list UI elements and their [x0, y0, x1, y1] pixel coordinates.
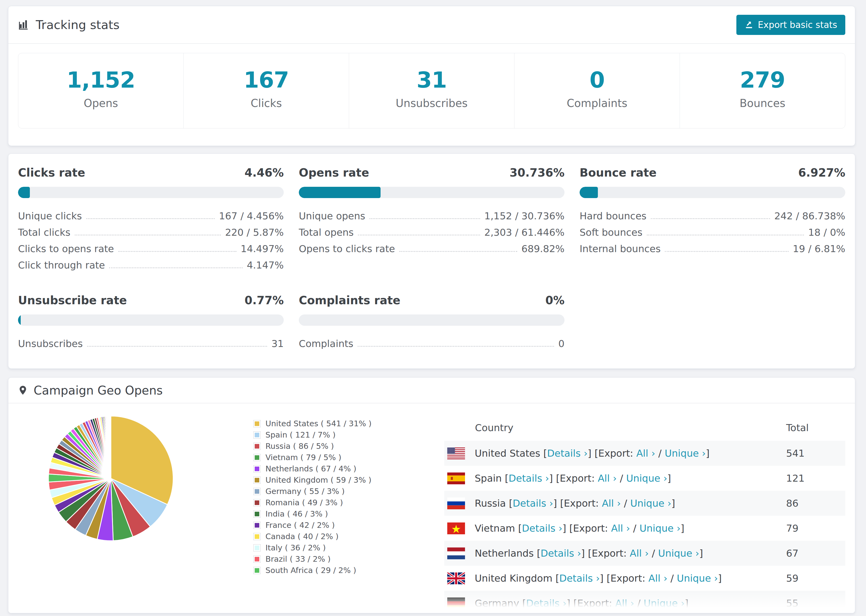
campaign-geo-opens-card: Campaign Geo Opens United States ( 541 /…: [8, 377, 855, 613]
rate-row: Total opens2,303 / 61.446%: [299, 224, 565, 240]
rate-row-label: Internal bounces: [579, 243, 661, 254]
rate-row-label: Clicks to opens rate: [18, 243, 114, 254]
stat-tile: 31Unsubscribes: [349, 53, 514, 128]
dotted-leader: [370, 218, 480, 219]
legend-label: Canada ( 40 / 2% ): [265, 532, 339, 541]
stat-tile: 279Bounces: [680, 53, 845, 128]
details-link[interactable]: Details ›: [547, 448, 587, 459]
geo-pie-chart: [47, 415, 174, 613]
country-flex: United States [Details ›] [Export: All ›…: [447, 448, 786, 459]
geo-card-title: Campaign Geo Opens: [34, 383, 163, 397]
rate-row-value: 689.82%: [521, 243, 565, 254]
dotted-leader: [399, 251, 517, 252]
rates-card: Clicks rate4.46%Unique clicks167 / 4.456…: [8, 154, 855, 369]
rate-row: Unsubscribes31: [18, 335, 284, 352]
rate-row: Total clicks220 / 5.87%: [18, 224, 284, 240]
rate-row-label: Opens to clicks rate: [299, 243, 395, 254]
legend-swatch: [254, 544, 261, 552]
legend-swatch: [254, 465, 261, 473]
country-cell: United States [Details ›] [Export: All ›…: [444, 441, 786, 466]
country-name: Netherlands: [475, 548, 534, 559]
rates-grid: Clicks rate4.46%Unique clicks167 / 4.456…: [18, 166, 845, 352]
details-link[interactable]: Details ›: [559, 573, 600, 584]
total-cell: 59: [786, 566, 845, 591]
legend-swatch: [254, 476, 261, 484]
rate-row-label: Unsubscribes: [18, 338, 83, 349]
export-unique-link[interactable]: Unique ›: [658, 548, 699, 559]
country-name: United States: [475, 448, 540, 459]
legend-label: Romania ( 49 / 3% ): [265, 498, 343, 507]
rate-block: Complaints rate0%Complaints0: [299, 294, 565, 352]
legend-swatch: [254, 567, 261, 574]
rate-title: Opens rate: [299, 166, 369, 179]
export-all-link[interactable]: All ›: [615, 598, 634, 609]
export-all-link[interactable]: All ›: [636, 448, 655, 459]
rate-rows: Unsubscribes31: [18, 335, 284, 352]
legend-item: Netherlands ( 67 / 4% ): [254, 463, 369, 475]
bar-chart-icon: [18, 19, 30, 31]
details-link[interactable]: Details ›: [540, 548, 581, 559]
geo-legend: United States ( 541 / 31% )Spain ( 121 /…: [254, 418, 369, 613]
export-unique-link[interactable]: Unique ›: [664, 448, 706, 459]
rate-row: Clicks to opens rate14.497%: [18, 240, 284, 257]
country-links: Russia [Details ›] [Export: All › / Uniq…: [475, 498, 675, 509]
export-unique-link[interactable]: Unique ›: [644, 598, 685, 609]
export-all-link[interactable]: All ›: [602, 498, 621, 509]
table-row: Germany [Details ›] [Export: All › / Uni…: [444, 591, 845, 613]
country-flex: Spain [Details ›] [Export: All › / Uniqu…: [447, 473, 786, 484]
country-name: Russia: [475, 498, 506, 509]
rate-row-value: 1,152 / 30.736%: [484, 211, 565, 222]
export-all-link[interactable]: All ›: [649, 573, 667, 584]
stat-value: 0: [515, 67, 680, 93]
geo-table: Country Total United States [Details ›] …: [444, 414, 845, 613]
legend-item: Brazil ( 33 / 2% ): [254, 553, 369, 565]
rate-row-value: 14.497%: [241, 243, 284, 254]
stat-label: Bounces: [680, 97, 845, 109]
details-link[interactable]: Details ›: [509, 473, 549, 484]
legend-label: United States ( 541 / 31% ): [265, 419, 372, 428]
rate-row-value: 0: [558, 338, 565, 349]
export-all-link[interactable]: All ›: [630, 548, 649, 559]
legend-label: Spain ( 121 / 7% ): [265, 430, 335, 439]
export-unique-link[interactable]: Unique ›: [677, 573, 718, 584]
dotted-leader: [87, 346, 267, 347]
export-button-label: Export basic stats: [758, 20, 837, 30]
legend-label: United Kingdom ( 59 / 3% ): [265, 475, 372, 485]
map-pin-icon: [18, 384, 28, 396]
dotted-leader: [358, 346, 554, 347]
country-flex: Netherlands [Details ›] [Export: All › /…: [447, 547, 786, 559]
stat-value: 31: [349, 67, 514, 93]
details-link[interactable]: Details ›: [513, 498, 553, 509]
export-all-link[interactable]: All ›: [598, 473, 617, 484]
country-flex: United Kingdom [Details ›] [Export: All …: [447, 572, 786, 584]
stats-strip: 1,152Opens167Clicks31Unsubscribes0Compla…: [18, 53, 845, 129]
rate-head: Clicks rate4.46%: [18, 166, 284, 179]
rate-block: Opens rate30.736%Unique opens1,152 / 30.…: [299, 166, 565, 273]
legend-item: Italy ( 36 / 2% ): [254, 542, 369, 553]
rate-row-value: 242 / 86.738%: [774, 211, 845, 222]
export-all-link[interactable]: All ›: [611, 523, 630, 534]
export-basic-stats-button[interactable]: Export basic stats: [736, 15, 845, 35]
legend-item: France ( 42 / 2% ): [254, 520, 369, 531]
export-unique-link[interactable]: Unique ›: [639, 523, 681, 534]
country-name: United Kingdom: [475, 573, 553, 584]
legend-swatch: [254, 454, 261, 461]
rate-progress-fill: [18, 314, 21, 326]
legend-label: Brazil ( 33 / 2% ): [265, 555, 331, 564]
legend-label: France ( 42 / 2% ): [265, 520, 335, 530]
stat-label: Clicks: [184, 97, 349, 109]
country-name: Spain: [475, 473, 502, 484]
rate-progress-fill: [299, 187, 381, 198]
country-links: Vietnam [Details ›] [Export: All › / Uni…: [475, 523, 685, 534]
page-title: Tracking stats: [18, 18, 120, 32]
rate-row: Complaints0: [299, 335, 565, 352]
details-link[interactable]: Details ›: [526, 598, 567, 609]
rate-progress-fill: [579, 187, 598, 198]
details-link[interactable]: Details ›: [522, 523, 563, 534]
rate-block: Clicks rate4.46%Unique clicks167 / 4.456…: [18, 166, 284, 273]
dotted-leader: [86, 218, 215, 219]
export-unique-link[interactable]: Unique ›: [630, 498, 671, 509]
export-unique-link[interactable]: Unique ›: [626, 473, 667, 484]
stat-label: Unsubscribes: [349, 97, 514, 109]
country-links: Spain [Details ›] [Export: All › / Uniqu…: [475, 473, 671, 484]
